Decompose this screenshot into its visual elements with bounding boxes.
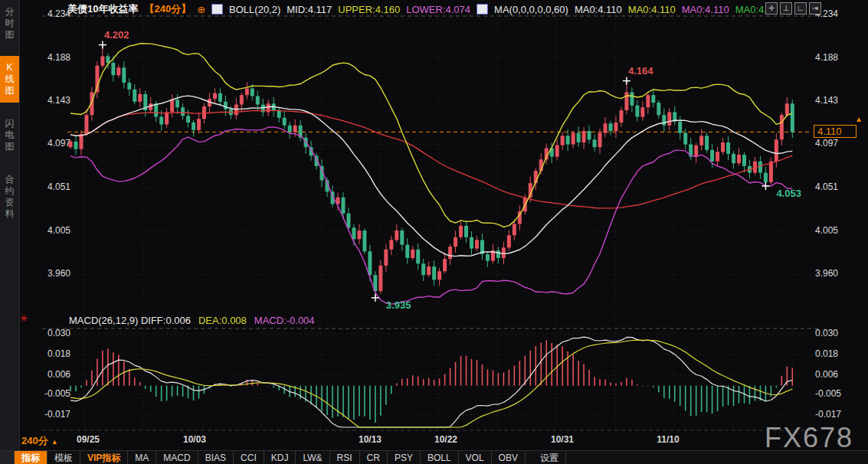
y-axis-label: 4.051 <box>815 181 849 192</box>
tab-vol[interactable]: VOL <box>459 451 492 464</box>
tab-kdj[interactable]: KDJ <box>264 451 296 464</box>
macd-axis-label: 0.030 <box>37 328 70 338</box>
y-axis-label: 4.097 <box>815 138 849 149</box>
tab-obv[interactable]: OBV <box>492 451 526 464</box>
add-indicator-icon[interactable]: ⊕ <box>197 4 205 15</box>
macd-axis-label: -0.017 <box>37 409 70 420</box>
boll-label: BOLL(20,2) <box>229 4 280 15</box>
ma-value-3: MA0:4.110 <box>682 4 729 15</box>
macd-dea-label: DEA:0.008 <box>198 315 247 326</box>
sidebar-item-contract-info[interactable]: 合约资料 <box>0 168 19 226</box>
tab-template[interactable]: 模板 <box>47 451 80 464</box>
sidebar-item-timeshare[interactable]: 分时图 <box>0 0 19 47</box>
tab-macd[interactable]: MACD <box>156 451 198 464</box>
fx678-logo: FX678 <box>765 422 853 454</box>
tab-psy[interactable]: PSY <box>388 451 421 464</box>
collapse-panel-icon[interactable]: ⇥ <box>809 2 821 15</box>
y-axis-label: 4.234 <box>37 8 70 19</box>
axis-scale-right-icon[interactable]: ∟ <box>794 2 807 15</box>
boll-lower-value: LOWER:4.074 <box>406 4 470 15</box>
tab-rsi[interactable]: RSI <box>330 451 360 464</box>
macd-axis-label: -0.005 <box>815 388 849 399</box>
tab-lwr[interactable]: LW& <box>296 451 329 464</box>
boll-indicator-icon[interactable] <box>211 4 223 15</box>
period-label: 【240分】 <box>144 2 191 16</box>
tab-bias[interactable]: BIAS <box>198 451 234 464</box>
macd-axis-label: 0.018 <box>37 348 70 359</box>
x-axis-date: 11/10 <box>645 434 691 445</box>
y-axis-label: 4.188 <box>37 52 70 63</box>
chevron-up-icon: ▲ <box>51 438 58 446</box>
ma-value-1: MA0:4.110 <box>575 4 622 15</box>
tab-cci[interactable]: CCI <box>234 451 264 464</box>
ma-params-label: MA(0,0,0,0,0,60) <box>494 4 568 15</box>
boll-upper-value: UPPER:4.160 <box>338 4 400 15</box>
y-axis-label: 4.188 <box>815 52 849 63</box>
macd-axis-label: 0.006 <box>815 369 849 380</box>
y-axis-label: 4.143 <box>815 95 849 106</box>
y-axis-label: 4.005 <box>37 225 70 236</box>
tab-cr[interactable]: CR <box>360 451 388 464</box>
y-axis-label: 4.051 <box>37 181 70 192</box>
crosshair-icon[interactable]: ✛ <box>765 2 778 15</box>
y-axis-label: 4.097 <box>37 138 70 149</box>
tab-boll[interactable]: BOLL <box>421 451 459 464</box>
x-axis-date: 10/13 <box>347 434 393 445</box>
macd-diff-label: MACD(26,12,9) DIFF:0.006 <box>69 315 191 326</box>
last-price-badge: 4.110 <box>814 125 857 138</box>
macd-value-label: MACD:-0.004 <box>254 315 315 326</box>
trading-app-window: 4.2023.9354.1644.053 分时图 K线图 闪电图 合约资料 美债… <box>0 0 868 464</box>
tab-ma[interactable]: MA <box>128 451 156 464</box>
x-axis-date: 10/22 <box>423 434 469 445</box>
macd-header: MACD(26,12,9) DIFF:0.006 DEA:0.008 MACD:… <box>69 315 315 326</box>
ma-value-2: MA0:4.110 <box>628 4 676 15</box>
macd-axis-label: -0.017 <box>815 409 849 420</box>
timeframe-selector[interactable]: 240分▲ <box>21 434 58 448</box>
price-up-arrow-icon: ▲ <box>855 115 863 123</box>
chart-tool-buttons: ✛ ⊥ ∟ ⇥ <box>765 2 821 15</box>
x-axis-date: 09/25 <box>65 434 111 445</box>
indicator-toolbar: 指标 模板 VIP指标 MA MACD BIAS CCI KDJ LW& RSI… <box>0 450 868 464</box>
macd-axis-label: 0.030 <box>815 328 849 338</box>
tab-vip-indicator[interactable]: VIP指标 <box>80 451 128 464</box>
alert-icon[interactable]: ✳ <box>20 313 28 324</box>
sidebar: 分时图 K线图 闪电图 合约资料 <box>0 0 20 450</box>
axis-scale-left-icon[interactable]: ⊥ <box>780 2 792 15</box>
chart-canvas[interactable] <box>0 0 868 464</box>
tab-indicator[interactable]: 指标 <box>15 451 47 464</box>
toolbar-spacer <box>0 451 15 464</box>
y-axis-label: 4.005 <box>815 225 849 236</box>
sidebar-item-flash[interactable]: 闪电图 <box>0 112 19 158</box>
x-axis-date: 10/03 <box>172 434 218 445</box>
macd-axis-label: 0.006 <box>37 369 70 380</box>
tab-settings[interactable]: 设置 <box>533 451 566 464</box>
y-axis-label: 3.960 <box>815 268 849 279</box>
chart-header: 美债10年收益率 【240分】 ⊕ BOLL(20,2) MID:4.117 U… <box>67 2 772 16</box>
macd-axis-label: -0.005 <box>37 388 70 399</box>
y-axis-label: 3.960 <box>37 268 70 279</box>
macd-axis-label: 0.018 <box>815 348 849 359</box>
ma-indicator-icon[interactable] <box>477 4 488 15</box>
sidebar-item-kline[interactable]: K线图 <box>0 56 19 103</box>
symbol-title: 美债10年收益率 <box>67 2 138 16</box>
x-axis-date: 10/31 <box>539 434 585 445</box>
y-axis-label: 4.143 <box>37 95 70 106</box>
boll-mid-value: MID:4.117 <box>287 4 332 15</box>
